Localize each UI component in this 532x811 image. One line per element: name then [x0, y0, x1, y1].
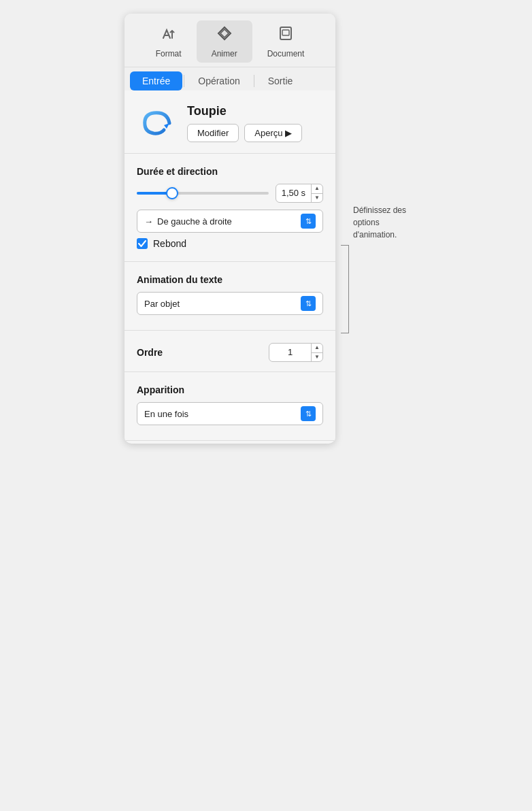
ordre-stepper[interactable]: 1 ▲ ▼	[269, 343, 323, 362]
annotation: Définissez des options d'animation.	[335, 14, 408, 333]
preview-button[interactable]: Aperçu ▶	[244, 124, 302, 142]
toolbar-format-label: Format	[156, 49, 182, 59]
divider-4	[124, 371, 335, 372]
ordre-decrement[interactable]: ▼	[312, 353, 322, 363]
tabs-bar: Entrée Opération Sortie	[124, 67, 335, 90]
toolbar-animer[interactable]: Animer	[197, 20, 252, 63]
duration-slider-row: 1,50 s ▲ ▼	[137, 184, 323, 203]
apparition-section: Apparition En une fois ⇅	[124, 375, 335, 437]
apparition-arrow-icon: ⇅	[301, 406, 316, 421]
ordre-row: Ordre 1 ▲ ▼	[137, 343, 323, 362]
svg-marker-4	[164, 123, 169, 129]
rebond-label: Rebond	[153, 238, 186, 249]
duration-value: 1,50 s	[276, 184, 311, 202]
duration-decrement[interactable]: ▼	[312, 194, 322, 203]
animation-texte-section: Animation du texte Par objet ⇅	[124, 265, 335, 327]
ordre-section: Ordre 1 ▲ ▼	[124, 333, 335, 369]
animation-header: Toupie Modifier Aperçu ▶	[124, 90, 335, 150]
format-icon	[160, 24, 178, 46]
duration-increment[interactable]: ▲	[312, 184, 322, 194]
ordre-stepper-arrows: ▲ ▼	[311, 343, 322, 362]
inspector-panel: Format Animer Document	[124, 14, 335, 444]
direction-select[interactable]: → De gauche à droite ⇅	[137, 210, 323, 233]
direction-prefix: →	[144, 216, 153, 227]
duration-stepper[interactable]: 1,50 s ▲ ▼	[276, 184, 323, 203]
apparition-value: En une fois	[144, 409, 301, 419]
divider-2	[124, 261, 335, 262]
animation-texte-title: Animation du texte	[137, 274, 323, 285]
preview-play-icon: ▶	[285, 128, 292, 138]
document-icon	[277, 24, 295, 46]
slider-thumb[interactable]	[166, 187, 178, 199]
ordre-value: 1	[269, 344, 311, 361]
annotation-text: Définissez des options d'animation.	[353, 204, 408, 241]
annotation-bracket	[341, 245, 349, 333]
animation-buttons: Modifier Aperçu ▶	[187, 124, 323, 142]
tab-entree[interactable]: Entrée	[130, 71, 182, 90]
duree-direction-title: Durée et direction	[137, 166, 323, 177]
modify-button[interactable]: Modifier	[187, 124, 239, 142]
animation-texte-arrow-icon: ⇅	[301, 296, 316, 311]
divider-3	[124, 330, 335, 331]
panel-content: Toupie Modifier Aperçu ▶ Durée et direct…	[124, 90, 335, 441]
apparition-title: Apparition	[137, 384, 323, 395]
toolbar-document-label: Document	[267, 49, 305, 59]
duration-stepper-arrows: ▲ ▼	[311, 184, 322, 203]
tab-divider-1	[184, 75, 184, 87]
tab-divider-2	[254, 75, 254, 87]
ordre-label: Ordre	[137, 347, 163, 358]
direction-value: De gauche à droite	[157, 216, 301, 227]
duration-slider[interactable]	[137, 192, 269, 195]
animer-icon	[216, 24, 233, 46]
direction-arrow-icon: ⇅	[301, 214, 316, 229]
divider-1	[124, 153, 335, 154]
animation-texte-value: Par objet	[144, 299, 301, 309]
duree-direction-section: Durée et direction 1,50 s ▲ ▼	[124, 156, 335, 259]
animation-info: Toupie Modifier Aperçu ▶	[187, 104, 323, 142]
toolbar: Format Animer Document	[124, 14, 335, 67]
tab-operation[interactable]: Opération	[186, 71, 252, 90]
toolbar-animer-label: Animer	[212, 49, 237, 59]
toolbar-format[interactable]: Format	[141, 20, 197, 63]
toolbar-document[interactable]: Document	[252, 20, 320, 63]
rebond-row: Rebond	[137, 238, 323, 249]
tab-sortie[interactable]: Sortie	[256, 71, 305, 90]
ordre-increment[interactable]: ▲	[312, 343, 322, 353]
rebond-checkbox[interactable]	[137, 238, 148, 249]
svg-rect-3	[282, 30, 289, 35]
animation-texte-select[interactable]: Par objet ⇅	[137, 292, 323, 315]
divider-5	[124, 440, 335, 441]
apparition-select[interactable]: En une fois ⇅	[137, 402, 323, 425]
animation-icon	[137, 106, 178, 140]
animation-name: Toupie	[187, 104, 323, 118]
